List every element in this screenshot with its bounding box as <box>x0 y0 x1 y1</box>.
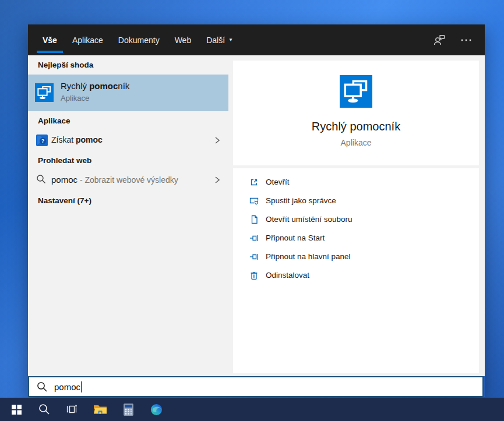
calculator-icon <box>124 404 133 416</box>
apps-section-header: Aplikace <box>38 116 71 125</box>
file-explorer-button[interactable] <box>86 398 114 421</box>
search-results-area: Nejlepší shoda Rychlý pomocník Aplikace … <box>28 55 485 376</box>
tab-more-label: Další <box>206 36 225 45</box>
tab-apps[interactable]: Aplikace <box>72 24 103 55</box>
pin-icon <box>249 234 259 243</box>
divider <box>233 165 479 168</box>
start-button[interactable] <box>2 398 30 421</box>
tab-more[interactable]: Další ▼ <box>206 24 233 55</box>
get-help-label: Získat pomoc <box>51 135 103 144</box>
result-best-match-quick-assist[interactable]: Rychlý pomocník Aplikace <box>28 75 228 111</box>
feedback-button[interactable] <box>432 33 446 47</box>
result-web-search[interactable]: pomoc - Zobrazit webové výsledky <box>28 171 228 190</box>
action-pin-to-start-label: Připnout na Start <box>266 234 325 242</box>
action-pin-to-taskbar-label: Připnout na hlavní panel <box>266 252 351 261</box>
windows-start-icon <box>12 405 22 415</box>
pin-icon <box>249 252 259 261</box>
taskbar <box>0 398 504 421</box>
taskbar-search-button[interactable] <box>30 398 58 421</box>
action-uninstall[interactable]: Odinstalovat <box>233 266 479 285</box>
search-input[interactable]: pomoc <box>28 376 484 397</box>
edge-button[interactable] <box>142 398 170 421</box>
text-caret <box>81 381 82 392</box>
task-view-icon <box>66 404 78 415</box>
action-run-as-admin[interactable]: Spustit jako správce <box>233 192 479 210</box>
label-pre: Získat <box>51 135 76 144</box>
tab-all-label: Vše <box>43 36 57 45</box>
tab-web-label: Web <box>175 36 192 45</box>
action-open-file-location[interactable]: Otevřít umístění souboru <box>233 210 479 229</box>
calculator-button[interactable] <box>114 398 142 421</box>
detail-app-type: Aplikace <box>233 138 479 147</box>
tab-documents-label: Dokumenty <box>118 36 160 45</box>
chevron-right-icon <box>214 176 220 184</box>
tab-apps-label: Aplikace <box>72 36 103 45</box>
edge-icon <box>150 404 163 416</box>
file-location-icon <box>249 215 259 224</box>
action-uninstall-label: Odinstalovat <box>266 271 309 280</box>
web-search-label: pomoc - Zobrazit webové výsledky <box>51 175 178 185</box>
search-query-text: pomoc <box>54 382 80 392</box>
feedback-icon <box>433 34 446 47</box>
search-flyout-window: Vše Aplikace Dokumenty Web Další ▼ <box>28 24 485 397</box>
task-view-button[interactable] <box>58 398 86 421</box>
search-icon <box>37 381 48 392</box>
settings-section-header: Nastavení (7+) <box>38 196 91 205</box>
label-match: pomoc <box>76 135 103 144</box>
file-explorer-icon <box>93 404 107 415</box>
more-options-button[interactable] <box>459 33 473 47</box>
action-pin-to-taskbar[interactable]: Připnout na hlavní panel <box>233 247 479 266</box>
title-pre: Rychlý <box>61 81 89 91</box>
action-run-as-admin-label: Spustit jako správce <box>266 196 336 205</box>
result-get-help[interactable]: ? Získat pomoc <box>28 131 228 150</box>
action-open-file-location-label: Otevřít umístění souboru <box>266 215 353 224</box>
chevron-right-icon <box>214 136 220 144</box>
action-open[interactable]: Otevřít <box>233 173 479 192</box>
web-query: pomoc <box>51 175 77 185</box>
search-header: Vše Aplikace Dokumenty Web Další ▼ <box>28 24 485 55</box>
search-filter-tabs: Vše Aplikace Dokumenty Web Další ▼ <box>43 24 233 55</box>
title-post: ník <box>118 81 129 91</box>
results-list-panel: Nejlepší shoda Rychlý pomocník Aplikace … <box>28 55 228 376</box>
quick-assist-icon <box>340 75 372 108</box>
action-pin-to-start[interactable]: Připnout na Start <box>233 229 479 247</box>
best-match-title: Rychlý pomocník <box>61 81 129 91</box>
search-icon <box>38 404 50 415</box>
web-query-suffix: - Zobrazit webové výsledky <box>77 175 178 185</box>
tab-documents[interactable]: Dokumenty <box>118 24 160 55</box>
detail-app-title: Rychlý pomocník <box>233 120 479 133</box>
svg-text:?: ? <box>41 138 45 144</box>
more-icon <box>460 34 473 47</box>
action-open-label: Otevřít <box>266 178 290 186</box>
run-as-admin-icon <box>249 196 259 206</box>
chevron-down-icon: ▼ <box>228 38 233 43</box>
best-match-subtitle: Aplikace <box>61 94 89 102</box>
action-list: Otevřít Spustit jako správce Otevřít umí… <box>233 173 479 285</box>
tab-selected-underline <box>37 51 63 53</box>
tab-web[interactable]: Web <box>175 24 192 55</box>
open-icon <box>249 178 259 187</box>
search-icon <box>36 174 47 185</box>
tab-all[interactable]: Vše <box>43 24 57 55</box>
result-detail-panel: Rychlý pomocník Aplikace Otevřít <box>233 61 479 373</box>
get-help-icon: ? <box>36 135 48 146</box>
quick-assist-icon <box>35 83 54 102</box>
uninstall-icon <box>249 271 259 280</box>
best-match-header: Nejlepší shoda <box>38 61 93 69</box>
title-match: pomoc <box>89 81 118 91</box>
web-section-header: Prohledat web <box>38 156 91 165</box>
